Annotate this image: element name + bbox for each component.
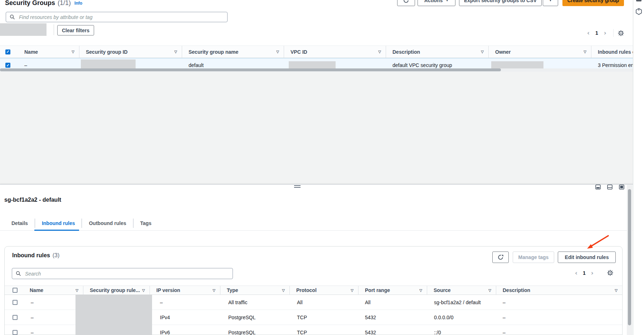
current-page[interactable]: 1 [583,270,586,276]
refresh-icon [403,0,409,3]
filter-icon[interactable]: ▽ [142,288,145,292]
column-header-name[interactable]: Name▽ [23,286,83,295]
cell-source: sg-bcf1a2a2 / default [427,295,496,310]
create-security-group-button[interactable]: Create security group [562,0,624,6]
inbound-rules-card: Inbound rules (3) Manage tags Edit inbou… [4,246,623,335]
split-panel-drag-handle[interactable] [294,185,301,188]
tab-outbound-rules[interactable]: Outbound rules [82,220,133,226]
cell-ip-version: – [150,295,220,310]
next-page-icon[interactable]: › [591,270,594,276]
row-select-cell [5,295,23,310]
filter-icon[interactable]: ▽ [72,50,74,54]
select-all-checkbox[interactable]: ✓ [5,49,10,54]
row-checkbox[interactable]: ✓ [5,63,10,68]
filter-icon[interactable]: ▽ [419,288,422,292]
refresh-button[interactable] [397,0,415,6]
column-header-port-range[interactable]: Port range▽ [358,286,427,295]
partial-toolbar-icon[interactable] [636,0,641,1]
check-icon: ✓ [6,50,9,54]
cell-description: – [496,325,622,335]
cell-source: 0.0.0.0/0 [427,310,496,325]
page-title-text: Security Groups [5,0,55,7]
current-page[interactable]: 1 [595,30,598,36]
filter-token-redacted [0,23,47,36]
select-all-checkbox[interactable] [13,288,18,293]
clear-filters-button[interactable]: Clear filters [57,25,94,35]
inbound-rules-heading: Inbound rules (3) [12,252,59,259]
active-tab-underline [34,230,79,231]
column-header-owner[interactable]: Owner▽ [489,46,591,58]
check-icon: ✓ [6,63,9,67]
column-header-vpc-id[interactable]: VPC ID▽ [284,46,386,58]
column-header-source[interactable]: Source▽ [427,286,496,295]
vertical-scrollbar-track[interactable] [627,185,633,335]
next-page-icon[interactable]: › [604,30,606,36]
panel-position-full-icon[interactable] [619,185,624,190]
column-header-description[interactable]: Description▽ [496,286,622,295]
filter-icon[interactable]: ▽ [488,288,491,292]
row-checkbox[interactable] [13,330,18,335]
column-header-name[interactable]: Name▽ [18,46,79,58]
horizontal-scrollbar-track[interactable] [0,68,633,72]
filter-icon[interactable]: ▽ [174,50,177,54]
inbound-refresh-button[interactable] [492,252,509,263]
tab-details[interactable]: Details [5,220,35,226]
manage-tags-button[interactable]: Manage tags [513,252,554,263]
vertical-scrollbar-thumb[interactable] [628,189,631,325]
actions-button[interactable]: Actions▼ [418,0,455,6]
edit-inbound-rules-button[interactable]: Edit inbound rules [558,252,616,263]
column-header-sg-rule-id[interactable]: Security group rule...▽ [83,286,150,295]
panel-position-bottom-icon[interactable] [595,185,601,190]
export-csv-menu-button[interactable]: ▼ [543,0,558,6]
row-checkbox[interactable] [13,315,18,320]
info-link[interactable]: Info [74,1,82,6]
filter-icon[interactable]: ▽ [75,288,78,292]
export-csv-button[interactable]: Export security groups to CSV [459,0,542,6]
find-resources-search[interactable] [6,12,228,22]
inbound-pagination: ‹ 1 › [575,269,594,277]
column-header-protocol[interactable]: Protocol▽ [290,286,358,295]
inbound-rules-search-input[interactable] [24,271,229,277]
column-header-description[interactable]: Description▽ [386,46,489,58]
filter-icon[interactable]: ▽ [213,288,215,292]
inbound-rules-search[interactable] [12,268,233,279]
resource-count: (1/1) [58,0,71,7]
annotation-arrow [582,233,613,252]
filter-icon[interactable]: ▽ [615,288,618,292]
previous-page-icon[interactable]: ‹ [575,270,577,276]
filter-icon[interactable]: ▽ [282,288,285,292]
column-header-sg-name[interactable]: Security group name▽ [182,46,284,58]
column-header-sg-id[interactable]: Security group ID▽ [79,46,182,58]
filter-icon[interactable]: ▽ [481,50,484,54]
column-header-inbound-rules[interactable]: Inbound rules co [591,46,633,58]
tab-rule [0,230,633,231]
row-checkbox[interactable] [13,300,18,305]
select-all-cell: ✓ [0,46,18,58]
horizontal-scrollbar-thumb[interactable] [0,68,501,71]
amazon-q-icon[interactable] [635,8,642,15]
table-settings-button[interactable] [618,30,624,36]
pagination-divider [613,29,614,37]
previous-page-icon[interactable]: ‹ [587,30,590,36]
table-header-row: Name▽ Security group rule...▽ IP version… [5,286,622,295]
sg-rule-id-redacted [75,295,152,335]
column-header-ip-version[interactable]: IP version▽ [150,286,220,295]
refresh-icon [498,254,503,260]
filter-icon[interactable]: ▽ [584,50,586,54]
filter-separator [54,24,54,35]
filter-icon[interactable]: ▽ [276,50,279,54]
inbound-settings-button[interactable] [607,270,613,276]
gear-icon [607,270,613,276]
find-resources-input[interactable] [18,14,224,20]
cell-name: – [23,295,83,310]
tab-inbound-rules[interactable]: Inbound rules [35,220,82,226]
panel-position-side-icon[interactable] [607,185,613,190]
filter-icon[interactable]: ▽ [351,288,353,292]
gear-icon [618,30,624,36]
column-header-type[interactable]: Type▽ [220,286,290,295]
filter-icon[interactable]: ▽ [378,50,381,54]
tab-tags[interactable]: Tags [133,220,158,226]
content-gap [0,72,633,184]
row-select-cell [5,310,23,325]
cell-source: ::/0 [427,325,496,335]
